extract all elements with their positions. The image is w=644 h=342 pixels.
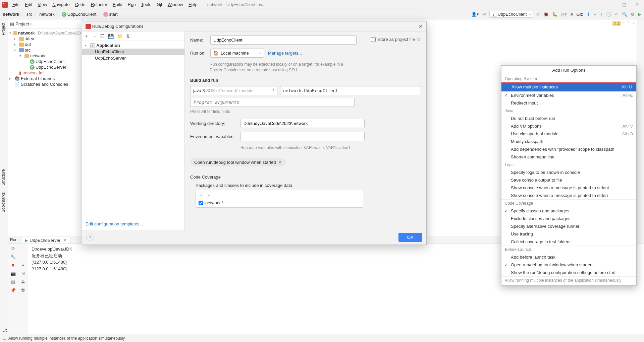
gear-icon[interactable]: ⚙: [417, 37, 421, 42]
option-show-stdout[interactable]: Show console when a message is printed t…: [501, 184, 636, 192]
push-pin-icon[interactable]: 📌: [10, 288, 16, 293]
inspection-down-icon[interactable]: ˅: [627, 21, 630, 26]
plugins-run-icon[interactable]: ▶: [638, 12, 641, 17]
tree-iml[interactable]: ▮network.iml: [8, 70, 82, 76]
sort-icon[interactable]: ⇅: [126, 33, 130, 39]
option-add-before-launch[interactable]: Add before launch task: [501, 253, 636, 261]
project-view-icon[interactable]: ▤: [10, 21, 14, 26]
option-tracing[interactable]: Use tracing: [501, 230, 636, 238]
breadcrumb-method[interactable]: mstart: [103, 12, 117, 17]
main-class-field[interactable]: network.UdpEchoClient: [280, 86, 421, 95]
inspection-more-icon[interactable]: ⋮: [632, 21, 636, 26]
print-icon[interactable]: 🖶: [21, 279, 25, 284]
help-icon[interactable]: ?: [86, 234, 94, 241]
build-icon[interactable]: ⟳: [536, 12, 540, 17]
git-rollback-icon[interactable]: ↶: [615, 12, 619, 17]
run-icon[interactable]: 🐞: [543, 12, 549, 17]
window-close-icon[interactable]: ✕: [632, 2, 642, 7]
menu-file[interactable]: File: [10, 1, 22, 8]
coverage-icon[interactable]: ◎▾: [561, 12, 567, 17]
window-minimize-icon[interactable]: —: [606, 2, 616, 7]
tree-node[interactable]: ▸.idea: [8, 36, 82, 42]
camera-icon[interactable]: 📷: [10, 271, 16, 276]
back-icon[interactable]: ↩: [482, 12, 486, 17]
breadcrumb-project[interactable]: network: [3, 12, 19, 17]
cov-remove-icon[interactable]: －: [199, 192, 203, 198]
tree-class[interactable]: CUdpEchoClient: [8, 59, 82, 64]
breadcrumb-src[interactable]: src: [26, 12, 32, 17]
cov-add-icon[interactable]: ＋: [207, 192, 211, 198]
warnings-badge[interactable]: ⚠ 2: [612, 21, 621, 26]
option-redirect-input[interactable]: Redirect input: [501, 99, 636, 107]
jre-combo[interactable]: java 8 SDK of 'network' module: [190, 86, 277, 95]
menu-run[interactable]: Run: [125, 1, 138, 8]
program-args-field[interactable]: [190, 98, 355, 107]
bookmarks-tab[interactable]: Bookmarks: [0, 189, 7, 216]
add-config-icon[interactable]: ＋: [84, 33, 89, 39]
ok-button[interactable]: OK: [398, 233, 422, 242]
menu-refactor[interactable]: Refactor: [89, 1, 110, 8]
config-item[interactable]: UdpEchoServer: [82, 55, 184, 61]
copy-config-icon[interactable]: ❐: [100, 33, 105, 39]
tree-scratches[interactable]: 📄Scratches and Consoles: [8, 81, 82, 87]
menu-build[interactable]: Build: [110, 1, 125, 8]
remove-config-icon[interactable]: －: [92, 33, 97, 39]
breadcrumb-pkg[interactable]: network: [39, 12, 55, 17]
save-config-icon[interactable]: 💾: [108, 33, 114, 39]
folder-icon[interactable]: 📁: [117, 33, 123, 39]
option-env-vars[interactable]: ✓Environment variablesAlt+E: [501, 91, 636, 99]
stop-run-icon[interactable]: ■: [10, 263, 16, 268]
wrench-icon[interactable]: 🔧: [10, 254, 16, 259]
option-shorten-cmd[interactable]: Shorten command line: [501, 153, 636, 161]
layout-icon[interactable]: ▥: [10, 279, 16, 284]
option-show-stderr[interactable]: Show console when a message is printed t…: [501, 192, 636, 199]
project-more-icon[interactable]: ⋮: [76, 21, 80, 26]
config-group-application[interactable]: ▾☕Application: [82, 42, 184, 49]
option-save-output[interactable]: Save console output to file: [501, 176, 636, 184]
search-icon[interactable]: 🔍: [622, 12, 627, 17]
working-dir-field[interactable]: [240, 119, 365, 128]
scroll-end-icon[interactable]: ⇲: [21, 271, 25, 276]
git-history-icon[interactable]: 🕓: [606, 12, 611, 17]
name-field[interactable]: [210, 36, 357, 45]
option-no-build[interactable]: Do not build before run: [501, 115, 636, 122]
store-as-project-checkbox[interactable]: [371, 37, 376, 42]
settings-icon[interactable]: ⚙: [631, 12, 635, 17]
option-show-settings[interactable]: Show the run/debug configuration setting…: [501, 269, 636, 276]
option-open-run-window[interactable]: ✓Open run/debug tool window when started: [501, 261, 636, 269]
rerun-icon[interactable]: ⟳: [10, 246, 16, 251]
chip-remove-icon[interactable]: ✕: [278, 160, 282, 165]
git-commit-icon[interactable]: ✓: [594, 12, 597, 17]
menu-git[interactable]: Git: [154, 1, 165, 8]
window-maximize-icon[interactable]: ▢: [619, 2, 629, 7]
tree-ext-libs[interactable]: ▸📚External Libraries: [8, 76, 82, 81]
option-excl-packages[interactable]: Exclude classes and packages: [501, 215, 636, 222]
tree-node[interactable]: ▾network: [8, 53, 82, 59]
tree-node[interactable]: ▾src: [8, 47, 82, 53]
dialog-close-icon[interactable]: ✕: [419, 23, 423, 29]
stop-icon[interactable]: ■: [570, 12, 573, 17]
run-config-selector[interactable]: ▮ UdpEchoClient: [489, 11, 533, 18]
tree-class[interactable]: CUdpEchoServer: [8, 64, 82, 70]
inspection-up-icon[interactable]: ˄: [623, 21, 625, 26]
option-use-classpath[interactable]: Use classpath of moduleAlt+O: [501, 130, 636, 138]
option-add-provided[interactable]: Add dependencies with "provided" scope t…: [501, 145, 636, 153]
menu-code[interactable]: Code: [73, 1, 88, 8]
manage-targets-link[interactable]: Manage targets...: [268, 51, 302, 56]
menu-navigate[interactable]: Navigate: [50, 1, 72, 8]
menu-edit[interactable]: Edit: [22, 1, 35, 8]
down-icon[interactable]: ↓: [22, 254, 24, 259]
option-alt-runner[interactable]: Specify alternative coverage runner: [501, 222, 636, 230]
trash-icon[interactable]: 🗑: [21, 288, 25, 293]
menu-window[interactable]: Window: [165, 1, 185, 8]
menu-tools[interactable]: Tools: [139, 1, 154, 8]
breadcrumb-class[interactable]: CUdpEchoClient: [62, 12, 97, 17]
git-push-icon[interactable]: ↑: [601, 12, 603, 17]
run-tab[interactable]: ▶UdpEchoServer✕: [21, 237, 70, 244]
coverage-item-checkbox[interactable]: [199, 201, 203, 205]
option-modify-classpath[interactable]: Modify classpath: [501, 138, 636, 145]
option-add-vm[interactable]: Add VM optionsAlt+V: [501, 122, 636, 130]
env-vars-field[interactable]: [240, 132, 365, 141]
project-tab[interactable]: Project: [0, 19, 7, 39]
option-allow-multiple[interactable]: Allow multiple instancesAlt+U: [501, 82, 636, 91]
